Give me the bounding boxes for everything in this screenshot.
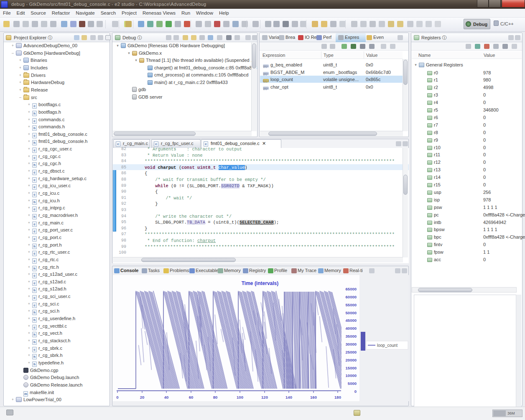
svg-text:140: 140: [285, 395, 292, 400]
svg-text:15000: 15000: [346, 366, 357, 370]
svg-text:10000: 10000: [346, 373, 357, 378]
svg-text:40: 40: [164, 395, 169, 400]
svg-text:0: 0: [116, 395, 118, 400]
svg-text:55000: 55000: [346, 303, 357, 307]
svg-text:25000: 25000: [346, 350, 357, 354]
svg-text:80: 80: [213, 395, 218, 400]
svg-text:160: 160: [310, 395, 317, 400]
svg-text:Time (intervals): Time (intervals): [242, 280, 278, 286]
svg-text:60: 60: [189, 395, 194, 400]
svg-text:30000: 30000: [346, 342, 357, 346]
svg-text:100: 100: [237, 395, 243, 400]
svg-text:0: 0: [354, 389, 357, 394]
svg-text:20: 20: [140, 395, 145, 400]
svg-text:50000: 50000: [346, 311, 357, 315]
svg-text:35000: 35000: [346, 334, 357, 339]
svg-text:20000: 20000: [346, 358, 357, 362]
svg-text:120: 120: [261, 395, 268, 400]
svg-text:60000: 60000: [346, 295, 357, 299]
svg-text:65000: 65000: [346, 287, 357, 291]
svg-text:40000: 40000: [346, 326, 357, 331]
svg-text:loop_count: loop_count: [377, 343, 398, 348]
svg-text:180: 180: [334, 395, 341, 400]
svg-text:5000: 5000: [348, 381, 357, 386]
svg-text:45000: 45000: [346, 318, 357, 323]
